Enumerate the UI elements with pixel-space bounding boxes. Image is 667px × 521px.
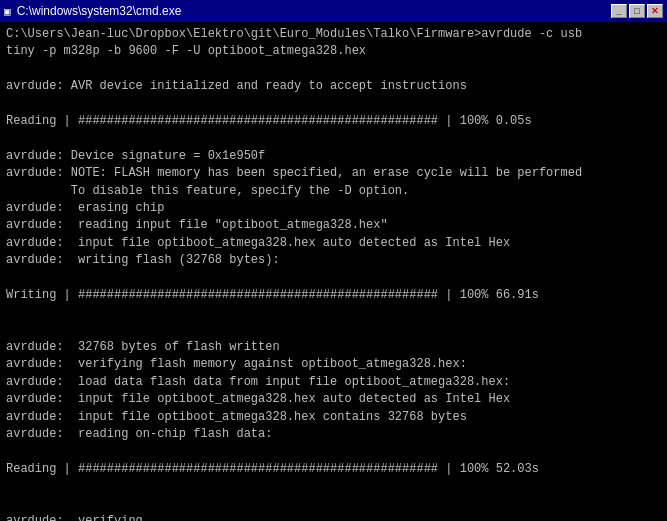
cmd-icon: ▣ — [4, 5, 11, 18]
minimize-button[interactable]: _ — [611, 4, 627, 18]
close-button[interactable]: ✕ — [647, 4, 663, 18]
title-bar-buttons: _ □ ✕ — [611, 4, 663, 18]
console-body: C:\Users\Jean-luc\Dropbox\Elektro\git\Eu… — [0, 22, 667, 521]
restore-button[interactable]: □ — [629, 4, 645, 18]
window-title: C:\windows\system32\cmd.exe — [17, 4, 182, 18]
title-bar-left: ▣ C:\windows\system32\cmd.exe — [4, 4, 181, 18]
console-output: C:\Users\Jean-luc\Dropbox\Elektro\git\Eu… — [6, 26, 661, 521]
title-bar: ▣ C:\windows\system32\cmd.exe _ □ ✕ — [0, 0, 667, 22]
